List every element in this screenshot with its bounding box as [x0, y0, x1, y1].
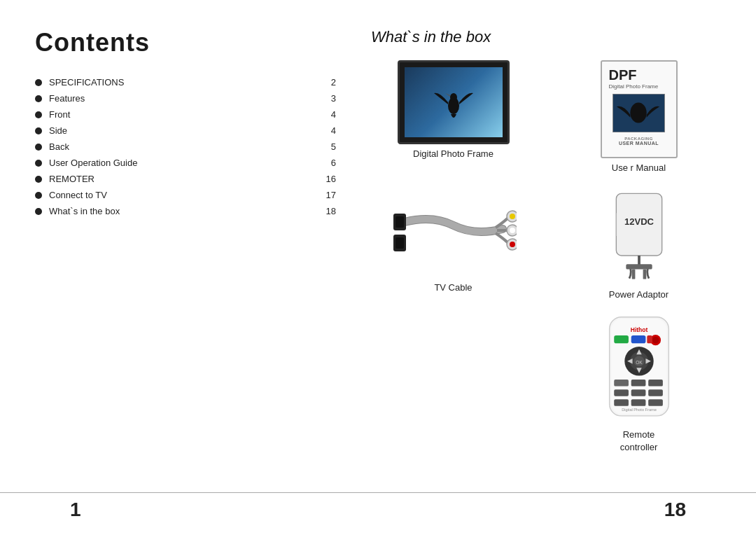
svg-rect-5 [396, 216, 404, 228]
manual-subtitle-text: Digital Photo Frame [609, 83, 659, 90]
toc-bullet-icon [35, 160, 42, 167]
tv-cable-icon [391, 187, 517, 278]
manual-img [612, 94, 665, 132]
manual-box: DPF Digital Photo Frame PACKAGING USER M… [601, 60, 678, 158]
remote-controller-icon: Hithot [597, 314, 681, 426]
toc-item-page: 18 [322, 206, 336, 216]
svg-point-25 [652, 337, 658, 343]
toc-item-label: Front [49, 109, 315, 120]
toc-item: What`s in the box18 [35, 206, 336, 216]
toc-list: SPECIFICATIONS2Features3Front4Side4Back5… [35, 77, 336, 216]
svg-point-7 [510, 214, 515, 219]
svg-text:12VDC: 12VDC [624, 216, 654, 227]
toc-item: REMOTER16 [35, 174, 336, 184]
toc-item-page: 2 [322, 77, 336, 88]
frame-image [398, 60, 510, 144]
toc-item-page: 4 [322, 109, 336, 120]
svg-rect-42 [648, 389, 663, 396]
toc-item-label: REMOTER [49, 174, 315, 184]
svg-rect-26 [614, 335, 629, 343]
toc-bullet-icon [35, 111, 42, 118]
toc-item-page: 17 [322, 190, 336, 200]
bird-silhouette-icon [433, 78, 475, 127]
svg-point-9 [510, 228, 515, 233]
toc-item-page: 6 [322, 158, 336, 168]
contents-title: Contents [35, 28, 336, 57]
svg-rect-44 [631, 399, 645, 405]
svg-rect-45 [648, 399, 663, 405]
toc-item-label: What`s in the box [49, 206, 315, 216]
toc-item-page: 5 [322, 141, 336, 152]
svg-rect-18 [631, 270, 635, 279]
svg-rect-17 [626, 264, 652, 269]
svg-rect-41 [631, 389, 645, 396]
toc-bullet-icon [35, 95, 42, 102]
toc-item-page: 3 [322, 93, 336, 104]
right-panel: What`s in the box [357, 28, 721, 514]
left-panel: Contents SPECIFICATIONS2Features3Front4S… [35, 28, 357, 514]
svg-point-3 [630, 102, 646, 123]
page-container: Contents SPECIFICATIONS2Features3Front4S… [0, 0, 756, 535]
manual-img-icon [613, 94, 664, 132]
svg-rect-39 [648, 380, 663, 386]
toc-bullet-icon [35, 79, 42, 86]
frame-label: Digital Photo Frame [413, 148, 493, 159]
toc-item-label: User Operation Guide [49, 158, 315, 168]
toc-bullet-icon [35, 208, 42, 215]
toc-item-label: Side [49, 125, 315, 136]
power-adaptor-icon: 12VDC [594, 187, 685, 285]
toc-item: Side4 [35, 125, 336, 136]
manual-dpf-text: DPF [609, 67, 637, 83]
svg-text:OK: OK [636, 360, 643, 365]
toc-item: Features3 [35, 93, 336, 104]
toc-bullet-icon [35, 127, 42, 134]
toc-item-page: 4 [322, 125, 336, 136]
cable-label: TV Cable [434, 282, 472, 293]
toc-item-label: Back [49, 141, 315, 152]
manual-footer-text: PACKAGING USER MANUAL [619, 137, 659, 146]
toc-item-label: Features [49, 93, 315, 104]
item-tv-cable: TV Cable [371, 187, 536, 300]
items-grid: Digital Photo Frame DPF Digital Photo Fr… [371, 60, 721, 454]
right-page-number: 18 [664, 499, 686, 521]
manual-label: Use r Manual [612, 162, 666, 173]
toc-item: Back5 [35, 141, 336, 152]
svg-rect-13 [396, 237, 404, 249]
section-title: What`s in the box [371, 28, 721, 46]
svg-rect-43 [614, 399, 629, 405]
item-digital-photo-frame: Digital Photo Frame [371, 60, 536, 173]
toc-item-page: 16 [322, 174, 336, 184]
left-page-number: 1 [70, 499, 81, 521]
toc-bullet-icon [35, 176, 42, 183]
svg-rect-38 [631, 380, 645, 386]
frame-screen [405, 67, 503, 137]
svg-rect-27 [631, 335, 645, 343]
item-user-manual: DPF Digital Photo Frame PACKAGING USER M… [556, 60, 721, 173]
svg-rect-40 [614, 389, 629, 396]
power-label: Power Adaptor [609, 289, 668, 300]
toc-bullet-icon [35, 192, 42, 199]
toc-item: SPECIFICATIONS2 [35, 77, 336, 88]
svg-rect-19 [643, 270, 646, 279]
svg-rect-37 [614, 380, 629, 386]
item-remote-controller: Hithot [556, 314, 721, 454]
toc-item: User Operation Guide6 [35, 158, 336, 168]
toc-item: Front4 [35, 109, 336, 120]
toc-item-label: Connect to TV [49, 190, 315, 200]
page-numbers: 1 18 [0, 492, 756, 521]
svg-rect-28 [647, 335, 652, 343]
toc-item-label: SPECIFICATIONS [49, 77, 315, 88]
remote-label: Remotecontroller [620, 429, 657, 454]
item-power-adaptor: 12VDC Power Adaptor [556, 187, 721, 300]
svg-point-11 [510, 242, 515, 247]
svg-text:Hithot: Hithot [630, 326, 648, 333]
svg-point-1 [450, 93, 457, 102]
svg-text:Digital Photo Frame: Digital Photo Frame [622, 408, 657, 412]
toc-item: Connect to TV17 [35, 190, 336, 200]
toc-bullet-icon [35, 144, 42, 151]
